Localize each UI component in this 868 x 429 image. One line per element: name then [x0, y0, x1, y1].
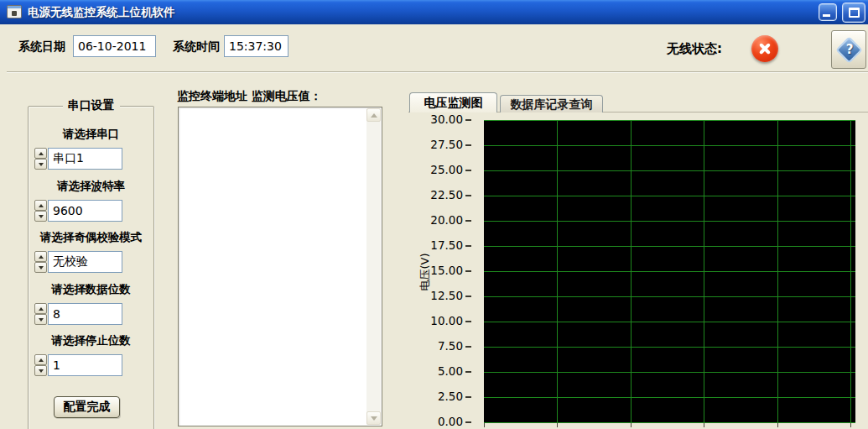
serial-field-label: 请选择串口: [29, 127, 153, 142]
y-tick-mark: [465, 270, 471, 272]
serial-field-input[interactable]: [48, 200, 122, 222]
y-tick-mark: [465, 195, 471, 196]
serial-field-input[interactable]: [48, 303, 122, 325]
terminal-listbox[interactable]: [178, 107, 382, 426]
gridline-horizontal: [484, 422, 855, 423]
spin-up-button[interactable]: [34, 200, 47, 211]
serial-field-label: 请选择波特率: [29, 179, 153, 194]
spinner-control: [34, 148, 47, 170]
gridline-horizontal: [484, 347, 855, 348]
spinner-control: [34, 200, 47, 222]
y-tick-label: 5.00: [416, 364, 471, 379]
spin-down-button[interactable]: [34, 365, 47, 376]
serial-field-input[interactable]: [48, 354, 122, 376]
spinner-control: [34, 354, 47, 376]
scrollbar-down-button[interactable]: [366, 411, 381, 425]
listbox-scrollbar: [366, 108, 381, 425]
system-date-label: 系统日期: [18, 39, 65, 55]
y-tick-label: 2.50: [416, 390, 471, 405]
header-separator: [7, 71, 868, 73]
arrow-down-icon: [39, 318, 44, 322]
arrow-up-icon: [39, 255, 44, 259]
y-tick-mark: [465, 170, 471, 171]
spin-down-button[interactable]: [34, 262, 47, 273]
serial-field-input[interactable]: [48, 251, 122, 273]
gridline-horizontal: [484, 271, 855, 272]
gridline-horizontal: [484, 170, 855, 171]
gridline-vertical: [850, 120, 851, 423]
y-tick-mark: [465, 119, 471, 121]
y-tick-label: 7.50: [416, 339, 471, 354]
arrow-down-icon: [39, 215, 44, 218]
y-tick-label: 15.00: [416, 264, 471, 279]
x-tick-mark: [704, 423, 704, 427]
app-icon-dot: [12, 11, 17, 16]
serial-field-label: 请选择停止位数: [29, 333, 153, 348]
spin-up-button[interactable]: [34, 148, 47, 159]
serial-field-input[interactable]: [48, 148, 122, 170]
minimize-button[interactable]: [819, 3, 837, 21]
terminal-list-label: 监控终端地址 监测电压值：: [177, 89, 322, 104]
y-tick-mark: [465, 296, 471, 297]
gridline-vertical: [557, 120, 558, 423]
y-tick-label: 0.00: [416, 415, 471, 429]
y-tick-mark: [465, 346, 471, 348]
y-tick-mark: [465, 245, 471, 247]
gridline-horizontal: [484, 221, 855, 222]
gridline-horizontal: [484, 296, 855, 297]
x-tick-mark: [777, 423, 778, 427]
gridline-vertical: [777, 120, 778, 423]
tab-voltage-chart[interactable]: 电压监测图: [409, 92, 497, 112]
y-tick-label: 30.00: [416, 112, 471, 128]
spin-down-button[interactable]: [34, 314, 47, 325]
serial-settings-groupbox: 串口设置 请选择串口请选择波特率请选择奇偶校验模式请选择数据位数请选择停止位数 …: [28, 106, 154, 429]
title-bar[interactable]: 电源无线监控系统上位机软件: [0, 0, 868, 24]
y-tick-label: 25.00: [416, 163, 471, 178]
arrow-down-icon: [39, 163, 44, 166]
spin-up-button[interactable]: [34, 303, 47, 314]
spin-down-button[interactable]: [34, 159, 47, 170]
maximize-button[interactable]: [842, 3, 865, 23]
y-tick-label: 10.00: [416, 314, 471, 329]
maximize-icon: [849, 8, 860, 18]
spin-up-button[interactable]: [34, 251, 47, 262]
chevron-up-icon: [371, 113, 377, 118]
system-date-field[interactable]: [73, 35, 156, 57]
y-tick-label: 27.50: [416, 138, 471, 153]
y-tick-mark: [465, 396, 471, 398]
scrollbar-up-button[interactable]: [366, 108, 381, 122]
x-tick-mark: [850, 423, 851, 427]
spinner-control: [34, 251, 47, 273]
gridline-horizontal: [484, 196, 855, 196]
config-done-button[interactable]: 配置完成: [54, 396, 120, 418]
help-button[interactable]: ?: [831, 30, 866, 69]
spin-down-button[interactable]: [34, 211, 47, 222]
y-tick-label: 12.50: [416, 289, 471, 304]
wireless-status-label: 无线状态:: [667, 41, 722, 57]
arrow-down-icon: [39, 266, 44, 269]
wireless-status-error-icon: [751, 35, 778, 62]
application-window: 电源无线监控系统上位机软件 系统日期 系统时间 无线状态: ? 串口设置 请选择…: [0, 0, 868, 429]
minimize-icon: [823, 14, 830, 17]
serial-field-label: 请选择奇偶校验模式: [29, 230, 153, 245]
chart-plot-area: [484, 120, 855, 423]
x-tick-mark: [557, 423, 558, 427]
spin-up-button[interactable]: [34, 354, 47, 365]
window-title: 电源无线监控系统上位机软件: [28, 0, 175, 24]
y-tick-label: 17.50: [416, 238, 471, 254]
gridline-horizontal: [484, 322, 855, 322]
x-tick-mark: [484, 423, 485, 427]
tab-database-query[interactable]: 数据库记录查询: [500, 95, 603, 112]
arrow-up-icon: [39, 358, 44, 362]
y-tick-mark: [465, 371, 471, 373]
question-mark-icon: ?: [832, 42, 867, 57]
gridline-horizontal: [484, 397, 855, 398]
system-time-label: 系统时间: [173, 39, 220, 55]
gridline-horizontal: [484, 145, 855, 146]
y-tick-label: 20.00: [416, 213, 471, 228]
gridline-vertical: [631, 120, 632, 423]
serial-field-label: 请选择数据位数: [29, 282, 153, 297]
arrow-down-icon: [39, 369, 44, 373]
system-time-field[interactable]: [224, 35, 288, 57]
y-tick-mark: [465, 144, 471, 146]
